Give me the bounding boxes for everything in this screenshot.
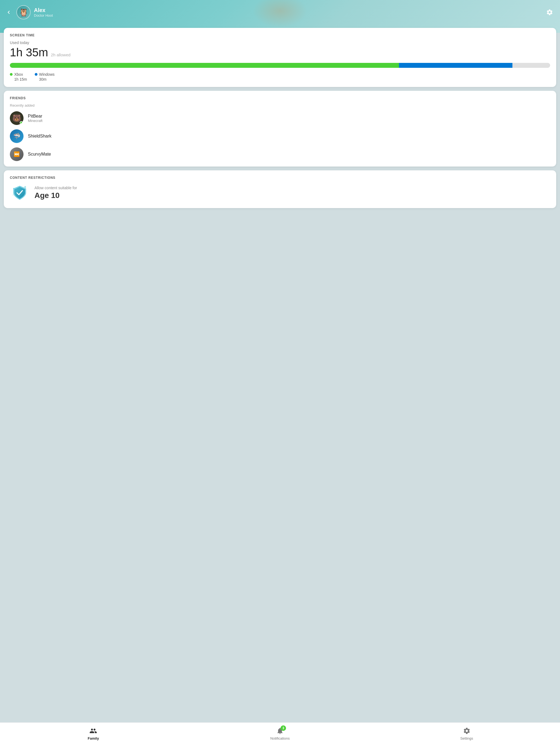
- settings-nav-icon: [462, 726, 471, 735]
- time-display: 1h 35m 2h allowed: [10, 46, 550, 59]
- used-label: Used today: [10, 41, 550, 45]
- family-icon: [89, 726, 98, 735]
- family-label: Family: [88, 736, 99, 741]
- pitbear-info: PitBear Minecraft: [28, 114, 42, 123]
- friends-title: FRIENDS: [10, 96, 550, 100]
- recently-added-label: Recently added: [10, 103, 550, 107]
- restriction-label: Allow content suitable for: [34, 186, 77, 190]
- shieldshark-name: ShieldShark: [28, 134, 51, 138]
- shieldshark-info: ShieldShark: [28, 134, 51, 138]
- friends-card: FRIENDS Recently added 🐻 PitBear Minecra…: [4, 91, 556, 166]
- progress-bar: [10, 63, 550, 68]
- header-left: 🦉 Alex Doctor Hoot: [4, 5, 53, 19]
- header: 🦉 Alex Doctor Hoot: [0, 0, 560, 25]
- xbox-label: Xbox: [14, 72, 23, 77]
- settings-nav-label: Settings: [460, 736, 473, 741]
- content-restrictions-card[interactable]: CONTENT RESTRICTIONS: [4, 170, 556, 208]
- pitbear-avatar: 🐻: [10, 111, 24, 125]
- screen-time-card: SCREEN TIME Used today 1h 35m 2h allowed…: [4, 28, 556, 87]
- pitbear-emoji: 🐻: [12, 114, 21, 123]
- legend: Xbox 1h 15m Windows 30m: [10, 72, 550, 81]
- shieldshark-emoji: 🦈: [13, 133, 21, 140]
- shield-icon: [11, 185, 28, 201]
- scurvymate-info: ScurvyMate: [28, 152, 51, 157]
- windows-label: Windows: [39, 72, 55, 77]
- time-used: 1h 35m: [10, 46, 48, 59]
- bottom-nav: Family 3 Notifications Settings: [0, 722, 560, 747]
- progress-windows: [399, 63, 512, 68]
- legend-xbox: Xbox 1h 15m: [10, 72, 27, 81]
- content-restrictions-title: CONTENT RESTRICTIONS: [10, 176, 550, 180]
- restriction-age: Age 10: [34, 191, 77, 200]
- scurvymate-emoji: ⏭️: [14, 151, 20, 157]
- shield-icon-wrapper: [10, 183, 29, 203]
- progress-xbox: [10, 63, 399, 68]
- nav-item-notifications[interactable]: 3 Notifications: [187, 726, 374, 741]
- svg-point-2: [13, 195, 14, 196]
- nav-item-settings[interactable]: Settings: [373, 726, 560, 741]
- online-status-dot: [20, 121, 23, 124]
- user-avatar: 🦉: [17, 5, 31, 19]
- legend-windows: Windows 30m: [35, 72, 55, 81]
- list-item[interactable]: 🐻 PitBear Minecraft: [10, 111, 550, 125]
- windows-dot: [35, 73, 37, 76]
- pitbear-game: Minecraft: [28, 119, 42, 123]
- legend-xbox-label: Xbox: [10, 72, 27, 77]
- nav-item-family[interactable]: Family: [0, 726, 187, 741]
- user-subtitle: Doctor Hoot: [34, 14, 53, 18]
- pitbear-name: PitBear: [28, 114, 42, 119]
- main-content: SCREEN TIME Used today 1h 35m 2h allowed…: [0, 25, 560, 747]
- user-info: Alex Doctor Hoot: [34, 7, 53, 18]
- legend-windows-label: Windows: [35, 72, 55, 77]
- restriction-content: Allow content suitable for Age 10: [10, 183, 550, 203]
- notifications-icon: 3: [276, 726, 284, 735]
- xbox-time: 1h 15m: [10, 77, 27, 81]
- user-name: Alex: [34, 7, 53, 14]
- settings-button[interactable]: [545, 7, 555, 17]
- list-item[interactable]: ⏭️ ScurvyMate: [10, 147, 550, 161]
- windows-time: 30m: [35, 77, 55, 81]
- scurvymate-avatar: ⏭️: [10, 147, 24, 161]
- back-button[interactable]: [4, 8, 13, 17]
- scurvymate-name: ScurvyMate: [28, 152, 51, 157]
- list-item[interactable]: 🦈 ShieldShark: [10, 129, 550, 143]
- shieldshark-avatar: 🦈: [10, 129, 24, 143]
- xbox-dot: [10, 73, 12, 76]
- restriction-text: Allow content suitable for Age 10: [34, 186, 77, 200]
- notifications-label: Notifications: [271, 736, 290, 741]
- screen-time-title: SCREEN TIME: [10, 33, 550, 37]
- time-allowed: 2h allowed: [51, 52, 71, 57]
- owl-icon: 🦉: [19, 8, 28, 17]
- notification-badge: 3: [281, 725, 286, 731]
